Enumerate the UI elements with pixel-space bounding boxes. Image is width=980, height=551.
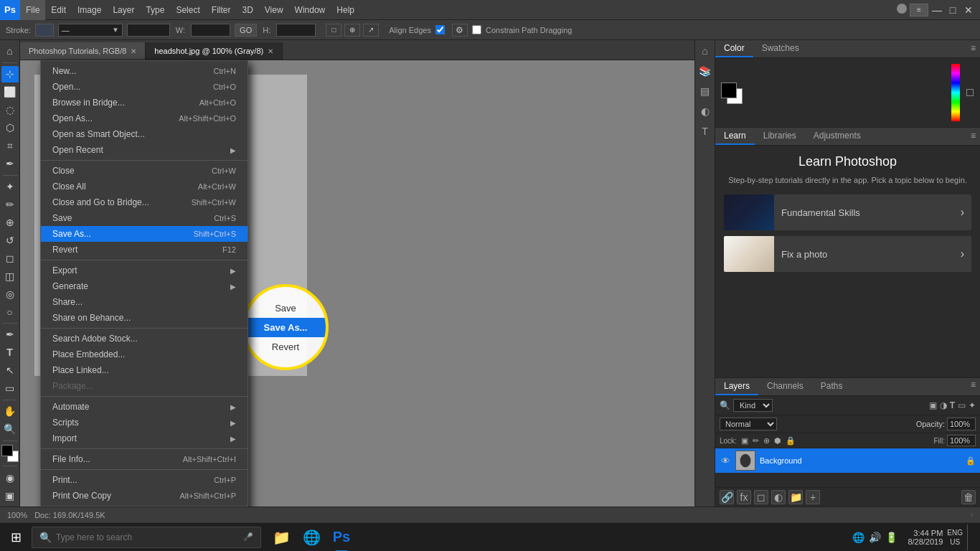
tab-libraries[interactable]: Libraries <box>755 128 805 145</box>
menu-view[interactable]: View <box>259 0 289 20</box>
opacity-input[interactable] <box>947 418 976 430</box>
spectrum-triangle[interactable] <box>966 89 974 96</box>
hand-tool[interactable]: ✋ <box>1 403 19 420</box>
menu-place-linked[interactable]: Place Linked... <box>41 362 248 378</box>
clone-stamp-tool[interactable]: ⊕ <box>1 214 19 230</box>
fill-input[interactable] <box>947 435 976 446</box>
taskbar-search-bar[interactable]: 🔍 🎤 <box>32 527 261 548</box>
window-search-icon[interactable] <box>897 4 907 14</box>
battery-icon[interactable]: 🔋 <box>885 532 897 543</box>
taskbar-clock[interactable]: 3:44 PM 8/28/2019 <box>908 529 943 546</box>
sidebar-adjustments-icon[interactable]: ◐ <box>697 103 713 119</box>
gradient-tool[interactable]: ◫ <box>1 268 19 284</box>
maximize-button[interactable]: □ <box>946 4 960 17</box>
menu-share[interactable]: Share... <box>41 294 248 310</box>
tab-swatches[interactable]: Swatches <box>753 40 808 57</box>
path-transform-btn[interactable]: ↗ <box>363 24 379 37</box>
close-button[interactable]: ✕ <box>961 4 976 17</box>
blend-mode-select[interactable]: Normal <box>720 418 777 430</box>
menu-open-smart-object[interactable]: Open as Smart Object... <box>41 126 248 142</box>
lock-artboard-icon[interactable]: ⬢ <box>774 436 781 446</box>
menu-image[interactable]: Image <box>72 0 107 20</box>
layer-row-background[interactable]: 👁 Background 🔒 <box>715 448 980 473</box>
menu-file-info[interactable]: File Info... Alt+Shift+Ctrl+I <box>41 451 248 467</box>
menu-open-as[interactable]: Open As... Alt+Shift+Ctrl+O <box>41 110 248 126</box>
menu-layer[interactable]: Layer <box>107 0 140 20</box>
menu-place-embedded[interactable]: Place Embedded... <box>41 347 248 362</box>
sidebar-home-icon[interactable]: ⌂ <box>697 43 713 59</box>
tab-adjustments[interactable]: Adjustments <box>805 128 870 145</box>
tab-paths[interactable]: Paths <box>812 378 852 395</box>
menu-share-behance[interactable]: Share on Behance... <box>41 310 248 326</box>
learn-panel-options[interactable]: ≡ <box>966 128 980 145</box>
filter-pixel-icon[interactable]: ▣ <box>929 400 937 410</box>
constrain-checkbox[interactable] <box>472 25 481 34</box>
taskbar-search-input[interactable] <box>56 532 239 542</box>
filter-adjust-icon[interactable]: ◑ <box>940 400 947 410</box>
quick-mask-btn[interactable]: ◉ <box>1 469 19 486</box>
sidebar-layers-icon[interactable]: ▤ <box>697 83 713 99</box>
menu-edit[interactable]: Edit <box>45 0 72 20</box>
healing-brush-tool[interactable]: ✦ <box>1 178 19 194</box>
menu-filter[interactable]: Filter <box>206 0 237 20</box>
menu-file[interactable]: File <box>20 0 45 20</box>
blur-tool[interactable]: ◎ <box>1 286 19 302</box>
menu-close-go-bridge[interactable]: Close and Go to Bridge... Shift+Ctrl+W <box>41 194 248 210</box>
filter-shape-icon[interactable]: ▭ <box>958 400 966 410</box>
menu-select[interactable]: Select <box>170 0 205 20</box>
tab-layers[interactable]: Layers <box>715 378 758 395</box>
menu-generate[interactable]: Generate ▶ <box>41 278 248 294</box>
menu-print[interactable]: Print... Ctrl+P <box>41 472 248 488</box>
menu-export[interactable]: Export ▶ <box>41 263 248 278</box>
foreground-color-swatch[interactable] <box>721 83 737 98</box>
add-mask-btn[interactable]: ◻ <box>754 490 768 504</box>
height-input[interactable] <box>276 24 316 37</box>
filter-smart-icon[interactable]: ✦ <box>969 400 976 410</box>
brush-tool[interactable]: ✏ <box>1 196 19 212</box>
start-button[interactable]: ⊞ <box>3 524 29 550</box>
minimize-button[interactable]: — <box>930 4 944 17</box>
history-brush-tool[interactable]: ↺ <box>1 232 19 248</box>
taskbar-app-photoshop[interactable]: Ps <box>327 523 356 552</box>
taskbar-app-chrome[interactable]: 🌐 <box>297 523 326 552</box>
dodge-tool[interactable]: ○ <box>1 303 19 320</box>
eraser-tool[interactable]: ◻ <box>1 250 19 266</box>
menu-revert[interactable]: Revert F12 <box>41 242 248 258</box>
type-tool[interactable]: T <box>1 344 19 361</box>
tab-tutorials-close[interactable]: ✕ <box>131 47 136 55</box>
add-adjustment-btn[interactable]: ◐ <box>771 490 786 504</box>
menu-type[interactable]: Type <box>140 0 170 20</box>
workspace-switcher[interactable]: ≡ <box>910 4 928 17</box>
volume-icon[interactable]: 🔊 <box>869 532 881 543</box>
menu-automate[interactable]: Automate ▶ <box>41 399 248 415</box>
tab-color[interactable]: Color <box>715 40 753 57</box>
pen-tool[interactable]: ✒ <box>1 326 19 343</box>
screen-mode-btn[interactable]: ▣ <box>1 487 19 504</box>
menu-close[interactable]: Close Ctrl+W <box>41 163 248 179</box>
path-combine-btn[interactable]: ⊕ <box>344 24 360 37</box>
lock-all-icon[interactable]: 🔒 <box>786 436 796 446</box>
marquee-tool[interactable]: ⬜ <box>1 84 19 100</box>
menu-search-stock[interactable]: Search Adobe Stock... <box>41 331 248 347</box>
menu-print-one-copy[interactable]: Print One Copy Alt+Shift+Ctrl+P <box>41 488 248 504</box>
stroke-color-swatch[interactable] <box>35 24 54 37</box>
menu-open[interactable]: Open... Ctrl+O <box>41 79 248 95</box>
color-swatches[interactable] <box>1 445 19 463</box>
menu-save-as[interactable]: Save As... Shift+Ctrl+S <box>41 226 248 242</box>
menu-save[interactable]: Save Ctrl+S <box>41 210 248 226</box>
menu-browse-bridge[interactable]: Browse in Bridge... Alt+Ctrl+O <box>41 95 248 110</box>
learn-card-fixphoto[interactable]: Fix a photo › <box>724 236 971 272</box>
home-tool[interactable]: ⌂ <box>1 43 19 60</box>
color-spectrum-strip[interactable] <box>951 64 960 121</box>
lasso-tool[interactable]: ◌ <box>1 102 19 118</box>
object-selection-tool[interactable]: ⬡ <box>1 120 19 136</box>
path-shape-btn[interactable]: □ <box>326 24 341 37</box>
layer-visibility-eye[interactable]: 👁 <box>720 456 731 466</box>
delete-layer-btn[interactable]: 🗑 <box>961 490 976 504</box>
voice-search-icon[interactable]: 🎤 <box>243 532 253 542</box>
width-input[interactable] <box>191 24 230 37</box>
menu-open-recent[interactable]: Open Recent ▶ <box>41 142 248 158</box>
shape-tool[interactable]: ▭ <box>1 380 19 397</box>
add-layer-btn[interactable]: + <box>806 490 820 504</box>
add-link-btn[interactable]: 🔗 <box>720 490 734 504</box>
